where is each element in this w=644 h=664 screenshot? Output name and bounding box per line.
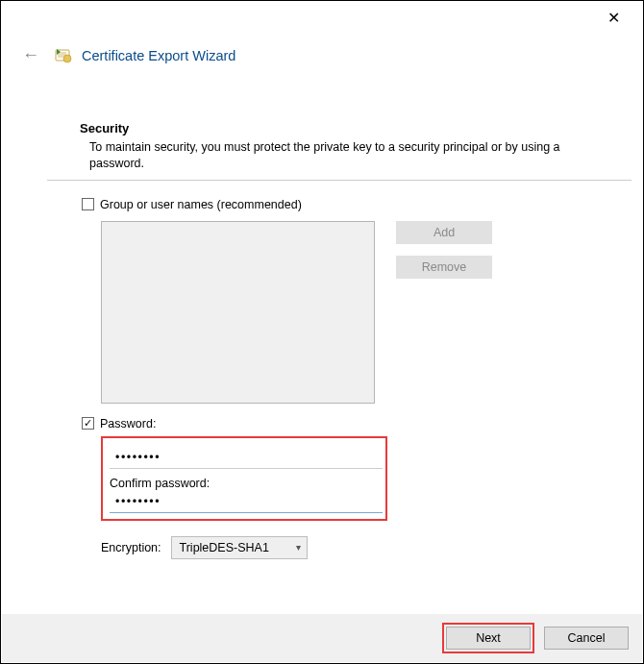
add-button: Add [396,221,492,244]
encryption-selected: TripleDES-SHA1 [180,541,269,554]
principals-listbox[interactable] [101,221,375,404]
wizard-header: ← Certificate Export Wizard [1,34,643,67]
wizard-footer: Next Cancel [2,614,642,662]
certificate-icon [55,47,72,64]
wizard-title: Certificate Export Wizard [82,48,235,63]
password-field[interactable] [110,448,383,469]
encryption-label: Encryption: [101,541,161,554]
close-button[interactable]: ✕ [598,5,630,31]
password-checkbox[interactable]: ✓ [82,417,94,430]
group-principals-option: Group or user names (recommended) [82,198,610,211]
titlebar: ✕ [1,1,643,34]
password-highlight: Confirm password: [101,436,387,521]
chevron-down-icon: ▾ [296,542,301,553]
divider [47,180,632,181]
security-description: To maintain security, you must protect t… [80,139,610,172]
encryption-dropdown[interactable]: TripleDES-SHA1 ▾ [171,536,308,559]
encryption-row: Encryption: TripleDES-SHA1 ▾ [101,536,610,559]
group-label: Group or user names (recommended) [100,198,302,211]
remove-button: Remove [396,256,492,279]
next-button[interactable]: Next [446,627,531,650]
next-button-highlight: Next [442,623,534,653]
wizard-content: Security To maintain security, you must … [1,67,643,559]
confirm-password-label: Confirm password: [110,477,379,490]
cancel-button[interactable]: Cancel [544,627,629,650]
back-button[interactable]: ← [16,43,45,67]
password-option: ✓ Password: [82,417,610,430]
group-checkbox[interactable] [82,198,94,210]
password-label: Password: [100,417,156,430]
confirm-password-field[interactable] [110,492,383,513]
principals-buttons: Add Remove [396,221,492,279]
group-principals-area: Add Remove [101,221,610,404]
security-heading: Security [80,121,610,135]
